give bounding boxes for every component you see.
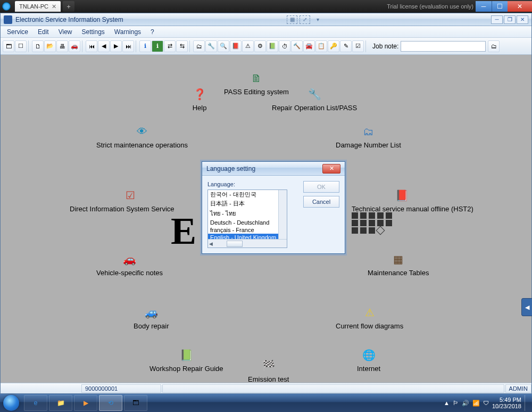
tray-action-icon[interactable]: 🏳 — [453, 400, 459, 406]
item-help[interactable]: ❓ Help — [192, 87, 207, 112]
dialog-titlebar[interactable]: Language setting ✕ — [202, 162, 345, 176]
toolbar-g[interactable]: 📗 — [267, 40, 278, 52]
app-close-button[interactable]: ✕ — [517, 15, 528, 24]
toolbar-m[interactable]: ✎ — [340, 40, 352, 52]
dialog-close-button[interactable]: ✕ — [322, 164, 340, 174]
toolbar-up[interactable]: ℹ — [139, 40, 151, 52]
item-workshop[interactable]: 📗 Workshop Repair Guide — [149, 348, 223, 373]
menu-view[interactable]: View — [54, 27, 77, 37]
taskbar: e 📁 ▶ ⟲ 🗔 ▲ 🏳 🔊 📶 🛡 5:49 PM 10/23/2018 — [0, 394, 532, 412]
pane-dropdown-icon[interactable]: ▾ — [312, 15, 323, 24]
item-body-repair[interactable]: 🚙 Body repair — [134, 305, 169, 330]
minimize-button[interactable]: ─ — [476, 1, 492, 12]
toolbar-open[interactable]: 📂 — [44, 40, 56, 52]
toolbar-first[interactable]: ⏮ — [86, 40, 97, 52]
ie-icon: e — [34, 399, 38, 407]
toolbar-c[interactable]: 🔍 — [218, 40, 229, 52]
toolbar-next[interactable]: ▶ — [110, 40, 122, 52]
taskbar-ie[interactable]: e — [24, 395, 47, 411]
taskbar-media[interactable]: ▶ — [74, 395, 97, 411]
list-item[interactable]: ไทย - ไทย — [208, 208, 287, 219]
toolbar-prev[interactable]: ◀ — [98, 40, 110, 52]
toolbar-btn-1[interactable]: 🗔 — [3, 40, 14, 52]
tray-volume-icon[interactable]: 🔊 — [462, 400, 469, 407]
pane-grid-icon[interactable]: ▦ — [287, 15, 297, 24]
menu-service[interactable]: Service — [3, 27, 32, 37]
app-window: Electronic Service Information System ▦ … — [0, 13, 532, 394]
taskbar-explorer[interactable]: 📁 — [49, 395, 72, 411]
toolbar-k[interactable]: 📋 — [315, 40, 327, 52]
item-tech-manual[interactable]: 📕 Technical service manual offline (HST2… — [352, 188, 473, 213]
close-tab-icon[interactable]: ✕ — [52, 3, 56, 10]
toolbar-e[interactable]: ⚠ — [242, 40, 254, 52]
scrollbar-horizontal[interactable]: ◀ — [208, 239, 287, 248]
toolbar-vehicle[interactable]: 🚗 — [69, 40, 80, 52]
list-item[interactable]: 한국어 - 대한민국 — [208, 190, 287, 199]
toolbar-l[interactable]: 🔑 — [328, 40, 339, 52]
teamviewer-panel-toggle[interactable]: ◀ — [521, 298, 532, 316]
menu-help[interactable]: ? — [146, 27, 159, 37]
toolbar-connect[interactable]: ⇄ — [164, 40, 176, 52]
taskbar-teamviewer[interactable]: ⟲ — [99, 395, 122, 411]
app-minimize-button[interactable]: ─ — [491, 15, 503, 24]
start-button[interactable] — [0, 394, 22, 412]
toolbar-i[interactable]: 🔨 — [291, 40, 303, 52]
eye-icon: 👁 — [135, 124, 149, 139]
app-title-text: Electronic Service Information System — [15, 16, 123, 23]
tray-flag-icon[interactable]: ▲ — [444, 400, 450, 406]
language-dialog: Language setting ✕ Language: 한국어 - 대한민국 … — [202, 161, 345, 254]
item-direct-info[interactable]: ☑ Direct Information System Service — [70, 188, 174, 213]
ok-button[interactable]: OK — [303, 181, 339, 193]
item-current-flow[interactable]: ⚠ Current flow diagrams — [336, 305, 403, 330]
toolbar-info[interactable]: ℹ — [152, 40, 163, 52]
scrollbar-thumb[interactable] — [227, 241, 243, 247]
language-listbox[interactable]: 한국어 - 대한민국 日本語 - 日本 ไทย - ไทย Deutsch - … — [207, 189, 287, 248]
menu-settings[interactable]: Settings — [78, 27, 109, 37]
table-icon: ▦ — [391, 252, 406, 267]
show-desktop-button[interactable] — [525, 395, 529, 411]
maximize-button[interactable]: ☐ — [492, 1, 508, 12]
list-item[interactable]: Deutsch - Deutschland — [208, 219, 287, 226]
cancel-button[interactable]: Cancel — [303, 196, 339, 208]
taskbar-app[interactable]: 🗔 — [124, 395, 147, 411]
body-repair-icon: 🚙 — [144, 305, 159, 320]
scrollbar-vertical[interactable] — [278, 190, 287, 239]
toolbar-j[interactable]: 🚘 — [303, 40, 315, 52]
tray-clock[interactable]: 5:49 PM 10/23/2018 — [492, 397, 521, 409]
item-maintenance-tables[interactable]: ▦ Maintenance Tables — [368, 252, 429, 277]
toolbar-last[interactable]: ⏭ — [122, 40, 134, 52]
new-tab-button[interactable]: ＋ — [63, 1, 74, 12]
menu-edit[interactable]: Edit — [34, 27, 53, 37]
jobnote-input[interactable] — [401, 41, 486, 52]
toolbar-print[interactable]: 🖶 — [56, 40, 68, 52]
toolbar-new[interactable]: 🗋 — [32, 40, 44, 52]
toolbar-h[interactable]: ⏱ — [279, 40, 290, 52]
item-internet[interactable]: 🌐 Internet — [357, 348, 380, 373]
toolbar-n[interactable]: ☑ — [352, 40, 364, 52]
item-emission[interactable]: 🏁 Emission test — [248, 358, 289, 383]
tray-network-icon[interactable]: 📶 — [472, 400, 480, 407]
toolbar-btn-2[interactable]: ☐ — [15, 40, 27, 52]
list-item[interactable]: français - France — [208, 226, 287, 234]
menu-warnings[interactable]: Warnings — [110, 27, 145, 37]
list-item[interactable]: 日本語 - 日本 — [208, 199, 287, 208]
toolbar-swap[interactable]: ⇆ — [176, 40, 188, 52]
document-icon: 🗎 — [249, 71, 264, 86]
item-vehicle-notes[interactable]: 🚗 Vehicle-specific notes — [96, 252, 163, 277]
session-tab[interactable]: TNLAN-PC ✕ — [15, 1, 61, 12]
pane-expand-icon[interactable]: ⤢ — [300, 15, 310, 24]
folder-icon: 📁 — [57, 399, 65, 407]
item-repair-op[interactable]: 🔧 Repair Operation List/PASS — [272, 87, 357, 112]
tray-shield-icon[interactable]: 🛡 — [483, 400, 489, 406]
app-restore-button[interactable]: ❐ — [504, 15, 516, 24]
trial-license-text: Trial license (evaluation use only) — [387, 3, 476, 10]
jobnote-button[interactable]: 🗂 — [488, 40, 500, 52]
item-damage-number[interactable]: 🗂 Damage Number List — [336, 124, 401, 149]
toolbar-a[interactable]: 🗂 — [193, 40, 205, 52]
toolbar-f[interactable]: ⚙ — [254, 40, 266, 52]
item-strict-maintenance[interactable]: 👁 Strict maintenance operations — [96, 124, 188, 149]
toolbar-b[interactable]: 🔧 — [205, 40, 217, 52]
app-titlebar: Electronic Service Information System ▦ … — [1, 13, 531, 26]
toolbar-d[interactable]: 📕 — [230, 40, 242, 52]
close-button[interactable]: ✕ — [508, 1, 532, 12]
